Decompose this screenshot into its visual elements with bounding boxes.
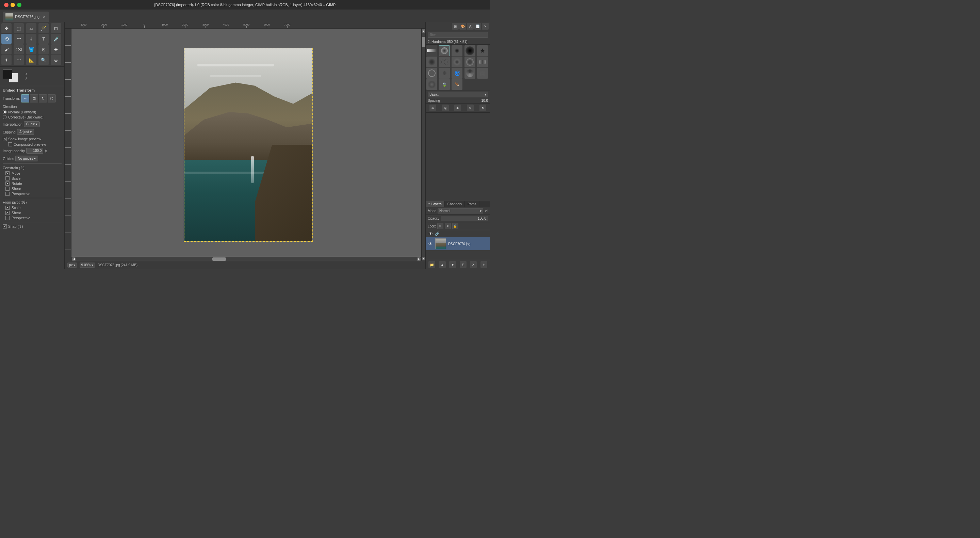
horizontal-scrollbar[interactable]: ◀ ▶ bbox=[72, 257, 421, 261]
tool-paint[interactable]: 🖌 bbox=[2, 44, 11, 54]
reset-colors[interactable]: ↺ bbox=[24, 72, 27, 76]
canvas-scroll[interactable]: ▲ ▼ ◀ ▶ bbox=[72, 29, 425, 261]
tab-channels[interactable]: Channels bbox=[445, 201, 465, 207]
transform-icon-4[interactable]: ⬡ bbox=[48, 94, 56, 102]
tool-fuzzy-select[interactable]: 🪄 bbox=[38, 23, 49, 34]
image-opacity-input[interactable] bbox=[26, 148, 43, 153]
swap-colors[interactable]: ⇄ bbox=[24, 77, 27, 80]
brush-item[interactable]: ★ bbox=[477, 45, 488, 56]
layer-history-btn[interactable]: ↺ bbox=[485, 209, 488, 214]
eye-icon[interactable]: 👁 bbox=[428, 231, 433, 236]
tab-paths[interactable]: Paths bbox=[465, 201, 479, 207]
brush-item[interactable]: 🍃 bbox=[439, 79, 450, 90]
panel-close[interactable]: ✕ bbox=[482, 23, 488, 30]
vertical-scrollbar[interactable]: ▲ ▼ bbox=[421, 29, 425, 261]
tool-unified-transform[interactable]: ⟲ bbox=[2, 34, 11, 44]
layer-item[interactable]: 👁 DSCF7076.jpg bbox=[426, 237, 490, 250]
constrain-shear-check[interactable] bbox=[5, 187, 10, 191]
h-scroll-thumb[interactable] bbox=[212, 257, 226, 261]
tool-measure[interactable]: 📐 bbox=[26, 55, 37, 65]
new-layer-btn[interactable]: + bbox=[480, 261, 487, 268]
pivot-scale-check[interactable]: ✕ bbox=[5, 206, 10, 210]
raise-layer-btn[interactable]: ▲ bbox=[439, 261, 446, 268]
scroll-thumb[interactable] bbox=[422, 37, 425, 47]
maximize-button[interactable] bbox=[17, 3, 21, 7]
brush-item[interactable] bbox=[465, 68, 476, 79]
direction-corrective-radio[interactable] bbox=[3, 115, 7, 119]
scroll-up-arrow[interactable]: ▲ bbox=[422, 29, 425, 33]
pivot-perspective-check[interactable] bbox=[5, 216, 10, 220]
brush-delete-btn[interactable]: ✕ bbox=[467, 105, 474, 111]
pivot-shear-check[interactable]: ✕ bbox=[5, 211, 10, 215]
brush-edit-btn[interactable]: ✏ bbox=[430, 105, 436, 111]
close-button[interactable] bbox=[4, 3, 8, 7]
lock-pixels-btn[interactable]: ✏ bbox=[437, 223, 443, 229]
direction-normal-option[interactable]: Normal (Forward) bbox=[3, 110, 62, 114]
tool-paths[interactable]: ⟊ bbox=[26, 34, 37, 44]
scroll-right-arrow[interactable]: ▶ bbox=[417, 257, 421, 261]
tab-close-button[interactable]: ✕ bbox=[41, 14, 46, 19]
brush-item[interactable] bbox=[465, 45, 476, 56]
brush-item-selected[interactable] bbox=[439, 45, 450, 56]
unit-dropdown[interactable]: px ▾ bbox=[67, 263, 77, 268]
brush-item[interactable]: 🌀 bbox=[452, 68, 463, 79]
tool-eraser[interactable]: ⌫ bbox=[14, 44, 24, 54]
tool-warp[interactable]: 〜 bbox=[14, 34, 24, 44]
lock-all-btn[interactable]: 🔒 bbox=[452, 223, 458, 229]
brush-item[interactable]: 🪶 bbox=[452, 79, 463, 90]
tool-text[interactable]: T bbox=[38, 34, 49, 44]
image-tab[interactable]: DSCF7076.jpg ✕ bbox=[3, 11, 49, 22]
brush-new-btn[interactable]: ✚ bbox=[454, 105, 461, 111]
guides-dropdown[interactable]: No guides ▾ bbox=[15, 156, 38, 161]
brush-item[interactable] bbox=[426, 68, 437, 79]
brush-item[interactable] bbox=[426, 56, 437, 67]
panel-icon-1[interactable]: ⊞ bbox=[452, 23, 459, 30]
minimize-button[interactable] bbox=[11, 3, 15, 7]
constrain-move-check[interactable]: ✕ bbox=[5, 171, 10, 176]
brush-filter-input[interactable] bbox=[428, 32, 488, 38]
scroll-left-arrow[interactable]: ◀ bbox=[72, 257, 76, 261]
tool-smudge[interactable]: 〰 bbox=[14, 55, 24, 65]
zoom-dropdown[interactable]: 9.09% ▾ bbox=[80, 263, 95, 268]
direction-normal-radio[interactable] bbox=[3, 110, 7, 114]
transform-icon-2[interactable]: ⊡ bbox=[30, 94, 38, 102]
transform-icon-3[interactable]: ↻ bbox=[39, 94, 47, 102]
brush-item[interactable]: ░░ bbox=[477, 68, 488, 79]
tool-move[interactable]: ✥ bbox=[2, 23, 11, 34]
constrain-perspective-check[interactable] bbox=[5, 192, 10, 196]
tool-rect-select[interactable]: ⬚ bbox=[14, 23, 24, 34]
direction-corrective-option[interactable]: Corrective (Backward) bbox=[3, 115, 62, 119]
tool-zoom[interactable]: 🔍 bbox=[38, 55, 49, 65]
brush-item[interactable] bbox=[477, 56, 488, 67]
brush-copy-btn[interactable]: ⎘ bbox=[442, 105, 449, 111]
brush-item[interactable]: ❄ bbox=[439, 68, 450, 79]
brush-item[interactable] bbox=[465, 56, 476, 67]
constrain-rotate-check[interactable]: ✕ bbox=[5, 182, 10, 185]
brush-refresh-btn[interactable]: ↻ bbox=[479, 105, 486, 111]
tool-heal[interactable]: ✚ bbox=[51, 44, 61, 54]
delete-layer-btn[interactable]: ✕ bbox=[470, 261, 477, 268]
composited-preview-option[interactable]: Composited preview bbox=[3, 142, 62, 147]
clipping-dropdown[interactable]: Adjust ▾ bbox=[17, 129, 34, 135]
tool-zoom-search[interactable]: ⊕ bbox=[51, 55, 61, 65]
brush-item[interactable] bbox=[426, 79, 437, 90]
tab-layers[interactable]: ≡ Layers bbox=[426, 201, 445, 207]
tool-clone[interactable]: ⎘ bbox=[38, 44, 49, 54]
transform-icon-1[interactable]: ↔ bbox=[21, 94, 29, 102]
link-icon[interactable]: 🔗 bbox=[434, 231, 440, 236]
snap-check[interactable]: ✕ bbox=[3, 224, 7, 228]
panel-icon-4[interactable]: 📄 bbox=[474, 23, 481, 30]
tool-bucket[interactable]: 🪣 bbox=[26, 44, 37, 54]
brush-item[interactable] bbox=[452, 45, 463, 56]
new-layer-group-btn[interactable]: 📁 bbox=[428, 261, 435, 268]
duplicate-layer-btn[interactable]: ⎘ bbox=[460, 261, 466, 268]
image-canvas[interactable] bbox=[184, 48, 313, 242]
tool-dodge[interactable]: ☀ bbox=[2, 55, 11, 65]
basic-dropdown[interactable]: Basic, ▾ bbox=[428, 92, 488, 97]
show-preview-option[interactable]: ✕ Show image preview bbox=[3, 137, 62, 141]
panel-icon-2[interactable]: 🎨 bbox=[460, 23, 466, 30]
opacity-stepper[interactable]: ▲ ▼ bbox=[45, 148, 47, 153]
brush-item[interactable] bbox=[439, 56, 450, 67]
composited-preview-checkbox[interactable] bbox=[8, 142, 12, 147]
tool-lasso[interactable]: ⌓ bbox=[26, 23, 37, 34]
